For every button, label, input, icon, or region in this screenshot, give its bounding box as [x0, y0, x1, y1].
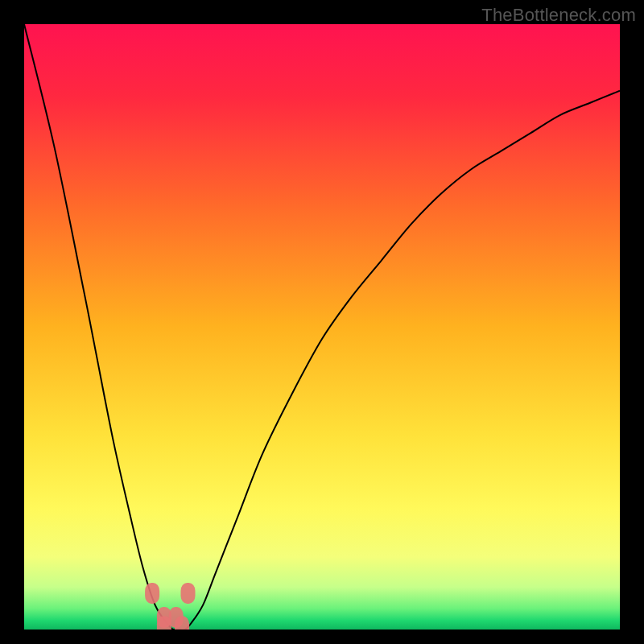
- plot-background: [24, 24, 620, 630]
- watermark-label: TheBottleneck.com: [481, 5, 636, 26]
- chart-frame: TheBottleneck.com: [0, 0, 644, 644]
- curve-marker: [181, 583, 196, 604]
- curve-marker: [145, 583, 159, 604]
- curve-marker: [157, 616, 171, 630]
- bottleneck-curve-chart: [24, 24, 620, 630]
- curve-marker: [175, 616, 189, 630]
